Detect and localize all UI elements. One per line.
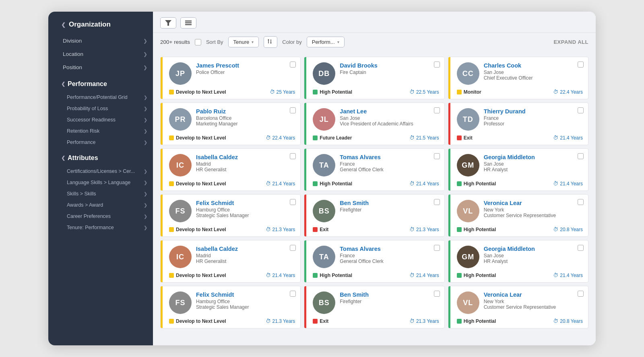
tenure-value: 21.4 Years [272,181,295,187]
card-top: JL Janet Lee San Jose Vice President of … [310,108,439,131]
card-checkbox[interactable] [434,291,440,297]
card-name: Veronica Lear [484,291,583,298]
person-card[interactable]: TD Thierry Durand France Professor Exit … [448,103,588,145]
person-card[interactable]: BS Ben Smith Firefighter Exit ⏱ 21.3 Yea… [304,286,444,328]
card-bottom: High Potential ⏱ 21.4 Years [310,272,439,278]
card-bottom: Develop to Next Level ⏱ 21.4 Years [166,181,295,187]
card-tenure: ⏱ 21.4 Years [266,272,295,278]
card-tenure: ⏱ 21.3 Years [266,226,295,232]
clock-icon: ⏱ [409,272,415,278]
card-job-title: General Office Clerk [340,167,439,172]
badge-dot-icon [313,273,318,278]
card-checkbox[interactable] [434,153,440,159]
card-name: Isabella Caldez [196,246,295,252]
sidebar-org-title[interactable]: ❮ Organization [48,12,153,34]
badge-text: Develop to Next Level [176,89,226,95]
card-checkbox[interactable] [434,62,440,68]
card-checkbox[interactable] [290,107,296,113]
badge-text: High Potential [464,318,496,324]
card-checkbox[interactable] [290,153,296,159]
sidebar-item-perf-grid[interactable]: Performance/Potential Grid ❯ [48,92,153,103]
card-top: GM Georgia Middleton San Jose HR Analyst [454,154,583,176]
person-card[interactable]: GM Georgia Middleton San Jose HR Analyst… [448,148,588,191]
svg-rect-1 [185,21,192,22]
person-card[interactable]: JP James Prescott Police Officer Develop… [160,57,301,99]
select-all-checkbox[interactable] [195,39,201,45]
card-badge: Develop to Next Level [169,89,226,95]
card-bar [448,286,450,328]
expand-all-button[interactable]: EXPAND ALL [553,39,588,45]
card-location: France [340,161,439,167]
person-card[interactable]: JL Janet Lee San Jose Vice President of … [304,103,444,145]
person-card[interactable]: IC Isabella Caldez Madrid HR Generalist … [160,240,301,283]
person-card[interactable]: TA Tomas Alvares France General Office C… [304,148,444,191]
card-checkbox[interactable] [578,291,584,297]
badge-dot-icon [457,227,462,232]
sidebar-item-language[interactable]: Language Skills > Language ❯ [48,177,153,188]
badge-dot-icon [169,273,174,278]
person-card[interactable]: IC Isabella Caldez Madrid HR Generalist … [160,148,301,191]
clock-icon: ⏱ [553,89,558,95]
card-checkbox[interactable] [578,153,584,159]
sidebar-item-certifications[interactable]: Certifications/Licenses > Cer... ❯ [48,166,153,177]
person-card[interactable]: DB David Brooks Fire Captain High Potent… [304,57,444,99]
card-checkbox[interactable] [578,245,584,251]
card-checkbox[interactable] [290,62,296,68]
card-checkbox[interactable] [578,107,584,113]
sidebar-performance-title[interactable]: ❮ Performance [48,74,153,92]
card-bar [448,149,450,191]
sidebar-item-location[interactable]: Location ❯ [48,47,153,61]
card-location: San Jose [484,161,583,167]
card-checkbox[interactable] [434,245,440,251]
card-checkbox[interactable] [434,199,440,205]
sidebar-item-tenure[interactable]: Tenure: Performance ❯ [48,222,153,233]
sidebar-item-skills[interactable]: Skills > Skills ❯ [48,188,153,199]
person-card[interactable]: BS Ben Smith Firefighter Exit ⏱ 21.3 Yea… [304,194,444,237]
card-info: Felix Schmidt Hamburg Office Strategic S… [196,291,295,310]
person-card[interactable]: GM Georgia Middleton San Jose HR Analyst… [448,240,588,283]
sidebar-item-successor[interactable]: Successor Readiness ❯ [48,114,153,125]
card-checkbox[interactable] [578,199,584,205]
sort-direction-button[interactable] [264,36,277,48]
card-checkbox[interactable] [578,62,584,68]
card-bottom: Exit ⏱ 21.4 Years [454,135,583,141]
card-info: Charles Cook San Jose Chief Executive Of… [484,62,583,81]
card-top: FS Felix Schmidt Hamburg Office Strategi… [166,291,295,314]
person-card[interactable]: FS Felix Schmidt Hamburg Office Strategi… [160,194,301,237]
color-dropdown[interactable]: Perform... ▾ [307,37,345,47]
person-card[interactable]: VL Veronica Lear New York Customer Servi… [448,286,588,328]
tenure-value: 22.4 Years [560,89,583,95]
card-badge: Monitor [457,89,481,95]
sidebar-item-performance[interactable]: Performance ❯ [48,137,153,148]
filter-button[interactable] [160,17,176,29]
sidebar-item-position[interactable]: Position ❯ [48,61,153,74]
card-badge: High Potential [457,227,496,232]
person-card[interactable]: CC Charles Cook San Jose Chief Executive… [448,57,588,99]
card-tenure: ⏱ 22.4 Years [266,135,295,141]
sidebar-item-retention[interactable]: Retention Risk ❯ [48,125,153,137]
sidebar-item-career[interactable]: Career Preferences ❯ [48,211,153,222]
person-card[interactable]: VL Veronica Lear New York Customer Servi… [448,194,588,237]
card-checkbox[interactable] [290,199,296,205]
list-view-button[interactable] [180,17,196,29]
card-job-title: Marketing Manager [196,121,295,127]
card-job-title: Strategic Sales Manager [196,304,295,310]
person-card[interactable]: TA Tomas Alvares France General Office C… [304,240,444,283]
sort-dropdown[interactable]: Tenure ▾ [228,37,259,47]
color-label: Color by [282,39,301,45]
card-checkbox[interactable] [434,107,440,113]
card-job-title: Customer Service Representative [484,304,583,310]
badge-dot-icon [457,90,462,94]
card-checkbox[interactable] [290,291,296,297]
card-name: James Prescott [196,62,295,69]
person-card[interactable]: PR Pablo Ruiz Barcelona Office Marketing… [160,103,301,145]
card-info: James Prescott Police Officer [196,62,295,75]
sidebar-item-division[interactable]: Division ❯ [48,34,153,47]
card-badge: Exit [313,227,328,232]
card-checkbox[interactable] [290,245,296,251]
card-info: Veronica Lear New York Customer Service … [484,200,583,218]
sidebar-attributes-title[interactable]: ❮ Attributes [48,148,153,166]
sidebar-item-awards[interactable]: Awards > Award ❯ [48,199,153,211]
person-card[interactable]: FS Felix Schmidt Hamburg Office Strategi… [160,286,301,328]
sidebar-item-prob-loss[interactable]: Probability of Loss ❯ [48,103,153,114]
